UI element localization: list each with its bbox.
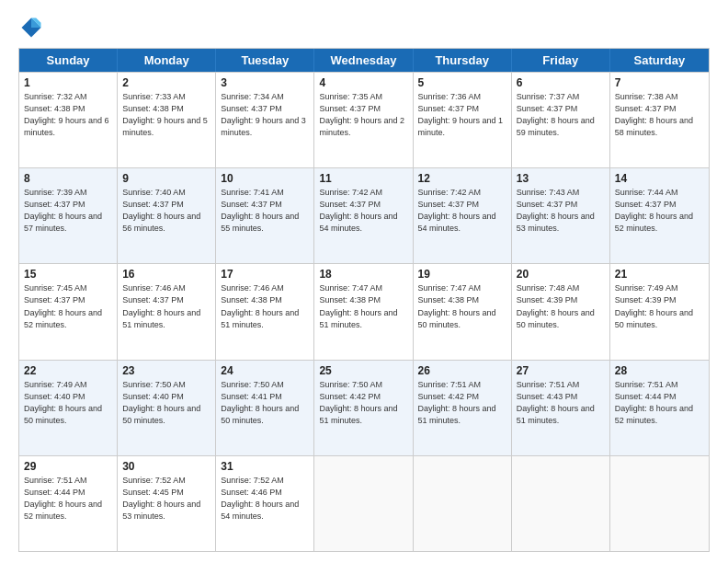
day-info: Sunrise: 7:32 AM Sunset: 4:38 PM Dayligh… <box>24 91 112 139</box>
header-day-wednesday: Wednesday <box>314 49 413 72</box>
calendar: SundayMondayTuesdayWednesdayThursdayFrid… <box>18 48 710 552</box>
table-row: 20Sunrise: 7:48 AM Sunset: 4:39 PM Dayli… <box>512 264 610 359</box>
table-row: 5Sunrise: 7:36 AM Sunset: 4:37 PM Daylig… <box>414 73 512 167</box>
day-info: Sunrise: 7:43 AM Sunset: 4:37 PM Dayligh… <box>517 187 605 235</box>
day-number: 28 <box>615 364 704 377</box>
day-info: Sunrise: 7:50 AM Sunset: 4:42 PM Dayligh… <box>319 379 407 427</box>
header-day-monday: Monday <box>118 49 216 72</box>
day-number: 11 <box>319 172 407 185</box>
day-info: Sunrise: 7:44 AM Sunset: 4:37 PM Dayligh… <box>615 187 704 235</box>
table-row: 18Sunrise: 7:47 AM Sunset: 4:38 PM Dayli… <box>314 264 413 359</box>
day-number: 17 <box>221 268 309 281</box>
table-row: 4Sunrise: 7:35 AM Sunset: 4:37 PM Daylig… <box>314 73 413 167</box>
table-row: 11Sunrise: 7:42 AM Sunset: 4:37 PM Dayli… <box>314 168 413 263</box>
day-info: Sunrise: 7:40 AM Sunset: 4:37 PM Dayligh… <box>122 187 210 235</box>
day-info: Sunrise: 7:52 AM Sunset: 4:46 PM Dayligh… <box>221 475 309 523</box>
table-row: 30Sunrise: 7:52 AM Sunset: 4:45 PM Dayli… <box>118 456 216 551</box>
table-row: 26Sunrise: 7:51 AM Sunset: 4:42 PM Dayli… <box>414 361 512 455</box>
header-day-sunday: Sunday <box>19 49 118 72</box>
day-info: Sunrise: 7:34 AM Sunset: 4:37 PM Dayligh… <box>221 91 309 139</box>
day-info: Sunrise: 7:42 AM Sunset: 4:37 PM Dayligh… <box>319 187 407 235</box>
day-info: Sunrise: 7:37 AM Sunset: 4:37 PM Dayligh… <box>517 91 605 139</box>
calendar-row-1: 1Sunrise: 7:32 AM Sunset: 4:38 PM Daylig… <box>19 72 709 167</box>
day-info: Sunrise: 7:50 AM Sunset: 4:40 PM Dayligh… <box>122 379 210 427</box>
table-row: 29Sunrise: 7:51 AM Sunset: 4:44 PM Dayli… <box>19 456 118 551</box>
day-number: 30 <box>122 460 210 473</box>
day-number: 1 <box>24 76 112 89</box>
day-info: Sunrise: 7:35 AM Sunset: 4:37 PM Dayligh… <box>319 91 407 139</box>
table-row: 27Sunrise: 7:51 AM Sunset: 4:43 PM Dayli… <box>512 361 610 455</box>
header-day-friday: Friday <box>512 49 610 72</box>
day-number: 25 <box>319 364 407 377</box>
table-row: 15Sunrise: 7:45 AM Sunset: 4:37 PM Dayli… <box>19 264 118 359</box>
header-day-thursday: Thursday <box>414 49 512 72</box>
header <box>18 15 710 40</box>
day-info: Sunrise: 7:46 AM Sunset: 4:37 PM Dayligh… <box>122 282 210 330</box>
table-row: 31Sunrise: 7:52 AM Sunset: 4:46 PM Dayli… <box>216 456 314 551</box>
day-number: 13 <box>517 172 605 185</box>
table-row: 12Sunrise: 7:42 AM Sunset: 4:37 PM Dayli… <box>414 168 512 263</box>
day-info: Sunrise: 7:47 AM Sunset: 4:38 PM Dayligh… <box>319 282 407 330</box>
day-number: 14 <box>615 172 704 185</box>
table-row <box>512 456 610 551</box>
day-number: 2 <box>122 76 210 89</box>
table-row: 24Sunrise: 7:50 AM Sunset: 4:41 PM Dayli… <box>216 361 314 455</box>
day-info: Sunrise: 7:49 AM Sunset: 4:39 PM Dayligh… <box>615 282 704 330</box>
table-row: 25Sunrise: 7:50 AM Sunset: 4:42 PM Dayli… <box>314 361 413 455</box>
day-number: 8 <box>24 172 112 185</box>
logo <box>18 15 48 40</box>
day-info: Sunrise: 7:33 AM Sunset: 4:38 PM Dayligh… <box>122 91 210 139</box>
day-number: 24 <box>221 364 309 377</box>
header-day-saturday: Saturday <box>610 49 709 72</box>
day-info: Sunrise: 7:52 AM Sunset: 4:45 PM Dayligh… <box>122 475 210 523</box>
day-info: Sunrise: 7:36 AM Sunset: 4:37 PM Dayligh… <box>418 91 506 139</box>
table-row: 16Sunrise: 7:46 AM Sunset: 4:37 PM Dayli… <box>118 264 216 359</box>
day-number: 26 <box>418 364 506 377</box>
day-info: Sunrise: 7:51 AM Sunset: 4:44 PM Dayligh… <box>24 475 112 523</box>
day-number: 5 <box>418 76 506 89</box>
day-info: Sunrise: 7:47 AM Sunset: 4:38 PM Dayligh… <box>418 282 506 330</box>
day-number: 23 <box>122 364 210 377</box>
table-row: 6Sunrise: 7:37 AM Sunset: 4:37 PM Daylig… <box>512 73 610 167</box>
day-number: 12 <box>418 172 506 185</box>
day-info: Sunrise: 7:45 AM Sunset: 4:37 PM Dayligh… <box>24 282 112 330</box>
day-info: Sunrise: 7:41 AM Sunset: 4:37 PM Dayligh… <box>221 187 309 235</box>
day-number: 4 <box>319 76 407 89</box>
day-number: 15 <box>24 268 112 281</box>
day-info: Sunrise: 7:51 AM Sunset: 4:44 PM Dayligh… <box>615 379 704 427</box>
table-row: 8Sunrise: 7:39 AM Sunset: 4:37 PM Daylig… <box>19 168 118 263</box>
calendar-body: 1Sunrise: 7:32 AM Sunset: 4:38 PM Daylig… <box>19 72 709 551</box>
calendar-row-2: 8Sunrise: 7:39 AM Sunset: 4:37 PM Daylig… <box>19 167 709 263</box>
day-info: Sunrise: 7:51 AM Sunset: 4:43 PM Dayligh… <box>517 379 605 427</box>
day-info: Sunrise: 7:49 AM Sunset: 4:40 PM Dayligh… <box>24 379 112 427</box>
day-number: 7 <box>615 76 704 89</box>
table-row: 1Sunrise: 7:32 AM Sunset: 4:38 PM Daylig… <box>19 73 118 167</box>
table-row <box>414 456 512 551</box>
table-row: 2Sunrise: 7:33 AM Sunset: 4:38 PM Daylig… <box>118 73 216 167</box>
day-number: 19 <box>418 268 506 281</box>
day-info: Sunrise: 7:42 AM Sunset: 4:37 PM Dayligh… <box>418 187 506 235</box>
day-number: 10 <box>221 172 309 185</box>
table-row: 3Sunrise: 7:34 AM Sunset: 4:37 PM Daylig… <box>216 73 314 167</box>
table-row <box>610 456 709 551</box>
day-info: Sunrise: 7:51 AM Sunset: 4:42 PM Dayligh… <box>418 379 506 427</box>
day-number: 31 <box>221 460 309 473</box>
table-row: 13Sunrise: 7:43 AM Sunset: 4:37 PM Dayli… <box>512 168 610 263</box>
day-number: 21 <box>615 268 704 281</box>
table-row: 14Sunrise: 7:44 AM Sunset: 4:37 PM Dayli… <box>610 168 709 263</box>
table-row: 19Sunrise: 7:47 AM Sunset: 4:38 PM Dayli… <box>414 264 512 359</box>
day-number: 16 <box>122 268 210 281</box>
day-number: 29 <box>24 460 112 473</box>
calendar-row-3: 15Sunrise: 7:45 AM Sunset: 4:37 PM Dayli… <box>19 263 709 359</box>
calendar-row-5: 29Sunrise: 7:51 AM Sunset: 4:44 PM Dayli… <box>19 455 709 551</box>
logo-icon <box>18 15 44 40</box>
day-number: 20 <box>517 268 605 281</box>
header-day-tuesday: Tuesday <box>216 49 314 72</box>
table-row <box>314 456 413 551</box>
calendar-row-4: 22Sunrise: 7:49 AM Sunset: 4:40 PM Dayli… <box>19 360 709 455</box>
day-info: Sunrise: 7:46 AM Sunset: 4:38 PM Dayligh… <box>221 282 309 330</box>
day-info: Sunrise: 7:48 AM Sunset: 4:39 PM Dayligh… <box>517 282 605 330</box>
table-row: 17Sunrise: 7:46 AM Sunset: 4:38 PM Dayli… <box>216 264 314 359</box>
day-number: 9 <box>122 172 210 185</box>
day-number: 18 <box>319 268 407 281</box>
